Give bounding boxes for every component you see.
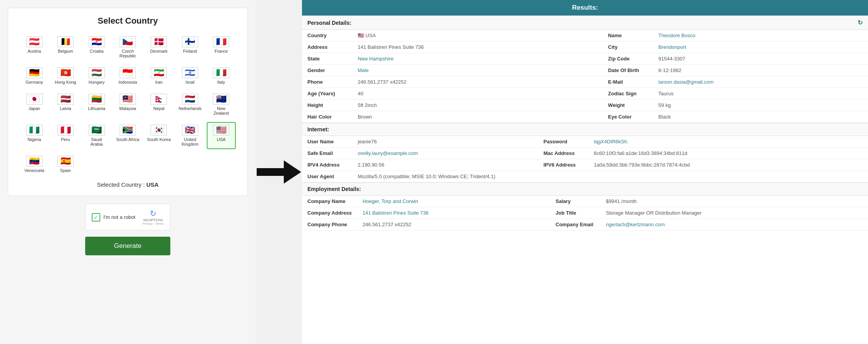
flag-spain: 🇪🇸	[57, 156, 74, 167]
flag-indonesia: 🇮🇩	[120, 67, 136, 78]
flag-finland: 🇫🇮	[182, 36, 198, 47]
name-value: Theodore Bosco	[653, 30, 868, 41]
gender-value: Male	[352, 65, 603, 76]
generate-button[interactable]: Generate	[85, 237, 170, 255]
city-value: Brendonport	[653, 41, 868, 53]
arrow-head	[284, 160, 301, 184]
internet-table: User Name jeanie76 Password IqgX4DIR6kSh…	[302, 136, 868, 182]
name-label: Name	[603, 30, 653, 41]
table-row: IPV4 Address 2.190.90.56 IPV6 Address 1a…	[302, 159, 868, 171]
address-value: 141 Balistreri Pines Suite 736	[352, 41, 603, 53]
country-item-belgium[interactable]: 🇧🇪Belgium	[51, 34, 80, 61]
state-value: New Hampshire	[352, 53, 603, 65]
country-item-new-zealand[interactable]: 🇳🇿New Zealand	[207, 91, 236, 118]
flag-venezuela: 🇻🇪	[26, 156, 43, 167]
select-country-title: Select Country	[20, 16, 236, 26]
phone-value: 246.561.2737 x42252	[352, 76, 603, 88]
eye-label: Eye Color	[603, 111, 653, 123]
address-label: Address	[302, 41, 352, 53]
flag-hong-kong: 🇭🇰	[57, 67, 74, 78]
country-item-venezuela[interactable]: 🇻🇪Venezuela	[20, 153, 49, 175]
country-name-label: Japan	[29, 106, 40, 111]
country-item-peru[interactable]: 🇵🇪Peru	[51, 122, 80, 149]
country-item-japan[interactable]: 🇯🇵Japan	[20, 91, 49, 118]
country-name-label: Germany	[26, 80, 43, 84]
company-address-label: Company Address	[302, 207, 357, 219]
country-item-france[interactable]: 🇫🇷France	[207, 34, 236, 61]
table-row: Gender Male Date Of Birth 8-12-1982	[302, 65, 868, 76]
flag-austria: 🇦🇹	[26, 36, 43, 47]
country-item-usa[interactable]: 🇺🇸USA	[207, 122, 236, 149]
country-item-south-korea[interactable]: 🇰🇷South Korea	[144, 122, 173, 149]
recaptcha-label: reCAPTCHA	[143, 218, 163, 222]
left-panel: Select Country 🇦🇹Austria🇧🇪Belgium🇭🇷Croat…	[0, 0, 256, 344]
country-item-czech-republic[interactable]: 🇨🇿Czech Republic	[113, 34, 142, 61]
mac-value: 6c60:10f3:fa6:a1de:16d3:3894:34bd:811d	[588, 148, 868, 159]
country-item-italy[interactable]: 🇮🇹Italy	[207, 65, 236, 87]
country-item-netherlands[interactable]: 🇳🇱Netherlands	[175, 91, 204, 118]
ipv6-label: IPV6 Address	[538, 159, 588, 171]
zip-value: 91544-3307	[653, 53, 868, 65]
captcha-widget[interactable]: ✓ I'm not a robot ↻ reCAPTCHA Privacy - …	[85, 204, 170, 230]
refresh-icon[interactable]: ↻	[858, 19, 863, 26]
gender-label: Gender	[302, 65, 352, 76]
country-item-nigeria[interactable]: 🇳🇬Nigeria	[20, 122, 49, 149]
flag-japan: 🇯🇵	[26, 94, 43, 105]
flag-belgium: 🇧🇪	[57, 36, 74, 47]
country-name-label: Hungary	[89, 80, 105, 84]
zodiac-value: Taurus	[653, 88, 868, 100]
company-email-label: Company Email	[550, 219, 600, 230]
country-item-spain[interactable]: 🇪🇸Spain	[51, 153, 80, 175]
internet-header: Internet:	[302, 123, 868, 136]
country-item-saudi-arabia[interactable]: 🇸🇦Saudi Arabia	[82, 122, 111, 149]
country-item-indonesia[interactable]: 🇮🇩Indonesia	[113, 65, 142, 87]
flag-germany: 🇩🇪	[26, 67, 43, 78]
country-item-south-africa[interactable]: 🇿🇦South Africa	[113, 122, 142, 149]
eye-value: Black	[653, 111, 868, 123]
ipv6-value: 1a0a:59dd:3bb:793e:6bbc:287d:7874:4cbd	[588, 159, 868, 171]
employment-table: Company Name Hoeger, Torp and Corwin Sal…	[302, 196, 868, 230]
table-row: Safe Email oreilly.laury@example.com Mac…	[302, 148, 868, 159]
jobtitle-label: Job Title	[550, 207, 600, 219]
country-item-latvia[interactable]: 🇱🇻Latvia	[51, 91, 80, 118]
table-row: Hair Color Brown Eye Color Black	[302, 111, 868, 123]
flag-south-africa: 🇿🇦	[120, 125, 136, 136]
table-row: User Agent Mozilla/5.0 (compatible; MSIE…	[302, 171, 868, 182]
country-item-austria[interactable]: 🇦🇹Austria	[20, 34, 49, 61]
table-row: State New Hampshire Zip Code 91544-3307	[302, 53, 868, 65]
flag-italy: 🇮🇹	[213, 67, 229, 78]
captcha-left: ✓ I'm not a robot	[92, 213, 136, 222]
mac-label: Mac Address	[538, 148, 588, 159]
country-name-label: Croatia	[90, 49, 103, 53]
results-header: Results:	[302, 0, 868, 15]
country-item-finland[interactable]: 🇫🇮Finland	[175, 34, 204, 61]
country-item-denmark[interactable]: 🇩🇰Denmark	[144, 34, 173, 61]
country-item-croatia[interactable]: 🇭🇷Croatia	[82, 34, 111, 61]
safe-email-value: oreilly.laury@example.com	[352, 148, 538, 159]
country-item-hong-kong[interactable]: 🇭🇰Hong Kong	[51, 65, 80, 87]
country-item-malaysia[interactable]: 🇲🇾Malaysia	[113, 91, 142, 118]
password-label: Password	[538, 136, 588, 148]
table-row: Height 5ft 2inch Weight 59 kg	[302, 100, 868, 111]
safe-email-label: Safe Email	[302, 148, 352, 159]
country-name-label: Belgium	[58, 49, 73, 53]
country-item-united-kingdom[interactable]: 🇬🇧United Kingdom	[175, 122, 204, 149]
country-item-nepal[interactable]: 🇳🇵Nepal	[144, 91, 173, 118]
country-name-label: Hong Kong	[55, 80, 76, 84]
jobtitle-value: Storage Manager OR Distribution Manager	[600, 207, 868, 219]
flag-nigeria: 🇳🇬	[26, 125, 43, 136]
employment-header: Employment Details:	[302, 182, 868, 196]
email-label: E-Mail	[603, 76, 653, 88]
hair-label: Hair Color	[302, 111, 352, 123]
captcha-label: I'm not a robot	[103, 214, 136, 220]
country-item-iran[interactable]: 🇮🇷Iran	[144, 65, 173, 87]
country-item-hungary[interactable]: 🇭🇺Hungary	[82, 65, 111, 87]
country-item-israil[interactable]: 🇮🇱Israil	[175, 65, 204, 87]
country-grid: 🇦🇹Austria🇧🇪Belgium🇭🇷Croatia🇨🇿Czech Repub…	[20, 34, 236, 175]
country-item-lithuania[interactable]: 🇱🇹Lithuania	[82, 91, 111, 118]
recaptcha-privacy: Privacy - Terms	[142, 222, 164, 225]
country-name-label: Austria	[28, 49, 41, 53]
flag-peru: 🇵🇪	[57, 125, 74, 136]
country-name-label: Israil	[185, 80, 194, 84]
country-item-germany[interactable]: 🇩🇪Germany	[20, 65, 49, 87]
